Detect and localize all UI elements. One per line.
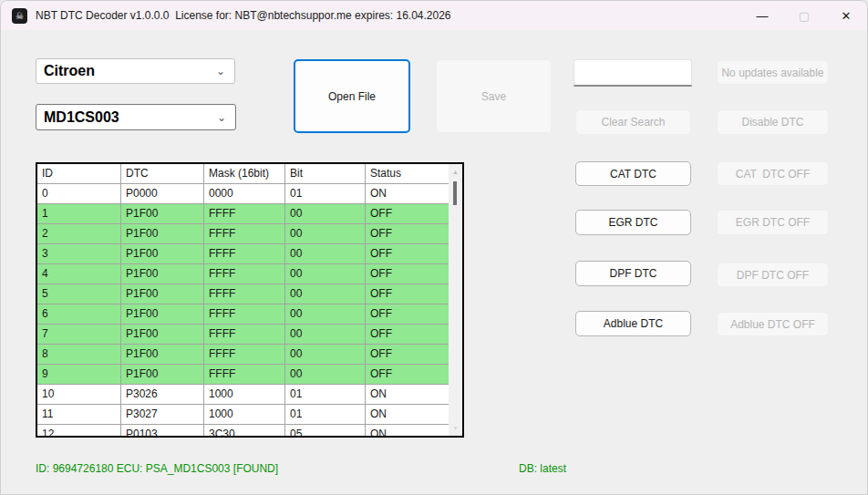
maximize-button[interactable]: ▢ bbox=[783, 1, 825, 30]
table-row[interactable]: 10P3026100001ON bbox=[37, 385, 449, 405]
table-cell: ON bbox=[366, 425, 449, 436]
table-scrollbar[interactable]: ▲ ▼ bbox=[449, 164, 462, 436]
table-cell: 01 bbox=[285, 405, 366, 425]
window-title: NBT DTC Decoder v1.0.0.0 License for: NB… bbox=[36, 9, 451, 22]
table-cell: 01 bbox=[285, 385, 366, 405]
header-cell[interactable]: ID bbox=[37, 164, 121, 184]
table-cell: P1F00 bbox=[121, 244, 204, 264]
table-cell: P1F00 bbox=[121, 365, 204, 385]
table-cell: 9 bbox=[37, 365, 121, 385]
egr-dtc-off-button[interactable]: EGR DTC OFF bbox=[717, 210, 829, 235]
table-cell: P0103 bbox=[121, 425, 204, 436]
table-cell: 1 bbox=[37, 204, 121, 224]
save-button[interactable]: Save bbox=[436, 59, 552, 133]
table-cell: OFF bbox=[366, 284, 449, 304]
table-cell: 00 bbox=[285, 304, 366, 325]
table-row[interactable]: 1P1F00FFFF00OFF bbox=[37, 204, 449, 224]
table-cell: 2 bbox=[37, 224, 121, 244]
table-cell: ON bbox=[366, 184, 449, 204]
header-cell[interactable]: Mask (16bit) bbox=[204, 164, 285, 184]
table-cell: 00 bbox=[285, 345, 366, 365]
scrollbar-thumb[interactable] bbox=[453, 181, 457, 205]
disable-dtc-button[interactable]: Disable DTC bbox=[717, 109, 829, 135]
table-cell: FFFF bbox=[204, 244, 285, 264]
table-cell: P3026 bbox=[121, 385, 204, 405]
minimize-button[interactable]: — bbox=[741, 1, 783, 30]
brand-select[interactable]: Citroen ⌄ bbox=[36, 58, 235, 84]
table-cell: P1F00 bbox=[121, 325, 204, 345]
table-cell: P1F00 bbox=[121, 345, 204, 365]
table-cell: FFFF bbox=[204, 304, 285, 325]
egr-dtc-button[interactable]: EGR DTC bbox=[575, 210, 691, 235]
brand-select-value: Citroen bbox=[44, 63, 216, 79]
table-row[interactable]: 11P3027100001ON bbox=[37, 405, 449, 425]
table-cell: OFF bbox=[366, 325, 449, 345]
adblue-dtc-off-button[interactable]: Adblue DTC OFF bbox=[717, 312, 829, 336]
table-cell: 00 bbox=[285, 204, 366, 224]
close-button[interactable]: ✕ bbox=[825, 1, 867, 30]
table-cell: 1000 bbox=[204, 385, 285, 405]
table-row[interactable]: 0P0000000001ON bbox=[37, 184, 449, 204]
table-cell: 7 bbox=[37, 325, 121, 345]
table-cell: 0 bbox=[37, 184, 121, 204]
no-updates-button[interactable]: No updates available bbox=[717, 60, 829, 85]
open-file-button[interactable]: Open File bbox=[294, 59, 410, 133]
table-cell: P1F00 bbox=[121, 304, 204, 325]
table-cell: P0000 bbox=[121, 184, 204, 204]
table-cell: FFFF bbox=[204, 224, 285, 244]
table-cell: FFFF bbox=[204, 345, 285, 365]
cat-dtc-button[interactable]: CAT DTC bbox=[575, 161, 691, 186]
table-row[interactable]: 3P1F00FFFF00OFF bbox=[37, 244, 449, 264]
table-cell: ON bbox=[366, 405, 449, 425]
table-cell: P1F00 bbox=[121, 204, 204, 224]
clear-search-button[interactable]: Clear Search bbox=[575, 109, 691, 135]
app-window: ☠ NBT DTC Decoder v1.0.0.0 License for: … bbox=[0, 0, 868, 495]
table-cell: 00 bbox=[285, 264, 366, 284]
table-cell: 1000 bbox=[204, 405, 285, 425]
table-cell: OFF bbox=[366, 204, 449, 224]
table-cell: 00 bbox=[285, 365, 366, 385]
table-cell: FFFF bbox=[204, 204, 285, 224]
cat-dtc-off-button[interactable]: CAT DTC OFF bbox=[717, 161, 829, 186]
dtc-table: IDDTCMask (16bit)BitStatus 0P0000000001O… bbox=[36, 162, 464, 438]
scrollbar-down-icon[interactable]: ▼ bbox=[449, 421, 462, 435]
table-cell: 8 bbox=[37, 345, 121, 365]
table-cell: OFF bbox=[366, 224, 449, 244]
table-row[interactable]: 7P1F00FFFF00OFF bbox=[37, 325, 449, 345]
table-cell: P1F00 bbox=[121, 284, 204, 304]
search-input[interactable] bbox=[574, 59, 692, 87]
table-cell: 3 bbox=[37, 244, 121, 264]
header-cell[interactable]: Status bbox=[366, 164, 449, 184]
table-row[interactable]: 8P1F00FFFF00OFF bbox=[37, 345, 449, 365]
table-cell: 11 bbox=[37, 405, 121, 425]
table-row[interactable]: 12P01033C3005ON bbox=[37, 425, 449, 436]
window-controls: — ▢ ✕ bbox=[741, 1, 867, 30]
table-row[interactable]: 4P1F00FFFF00OFF bbox=[37, 264, 449, 284]
table-cell: 12 bbox=[37, 425, 121, 436]
table-header: IDDTCMask (16bit)BitStatus bbox=[37, 164, 449, 184]
titlebar: ☠ NBT DTC Decoder v1.0.0.0 License for: … bbox=[1, 1, 867, 30]
table-row[interactable]: 2P1F00FFFF00OFF bbox=[37, 224, 449, 244]
ecu-select[interactable]: MD1CS003 ⌄ bbox=[36, 104, 236, 130]
table-body: 0P0000000001ON1P1F00FFFF00OFF2P1F00FFFF0… bbox=[37, 184, 449, 436]
table-row[interactable]: 6P1F00FFFF00OFF bbox=[37, 304, 449, 325]
table-cell: 00 bbox=[285, 325, 366, 345]
table-cell: FFFF bbox=[204, 365, 285, 385]
table-cell: 00 bbox=[285, 244, 366, 264]
dpf-dtc-off-button[interactable]: DPF DTC OFF bbox=[717, 263, 829, 287]
header-cell[interactable]: Bit bbox=[285, 164, 366, 184]
header-cell[interactable]: DTC bbox=[121, 164, 204, 184]
table-cell: P1F00 bbox=[121, 224, 204, 244]
table-cell: OFF bbox=[366, 244, 449, 264]
dpf-dtc-button[interactable]: DPF DTC bbox=[575, 261, 691, 286]
status-ecu-text: ID: 9694726180 ECU: PSA_MD1CS003 [FOUND] bbox=[36, 462, 278, 475]
table-cell: 5 bbox=[37, 284, 121, 304]
table-cell: P1F00 bbox=[121, 264, 204, 284]
table-row[interactable]: 9P1F00FFFF00OFF bbox=[37, 365, 449, 385]
table-cell: 05 bbox=[285, 425, 366, 436]
table-cell: OFF bbox=[366, 345, 449, 365]
adblue-dtc-button[interactable]: Adblue DTC bbox=[575, 311, 691, 336]
table-row[interactable]: 5P1F00FFFF00OFF bbox=[37, 284, 449, 304]
table-cell: OFF bbox=[366, 264, 449, 284]
scrollbar-up-icon[interactable]: ▲ bbox=[449, 165, 462, 179]
